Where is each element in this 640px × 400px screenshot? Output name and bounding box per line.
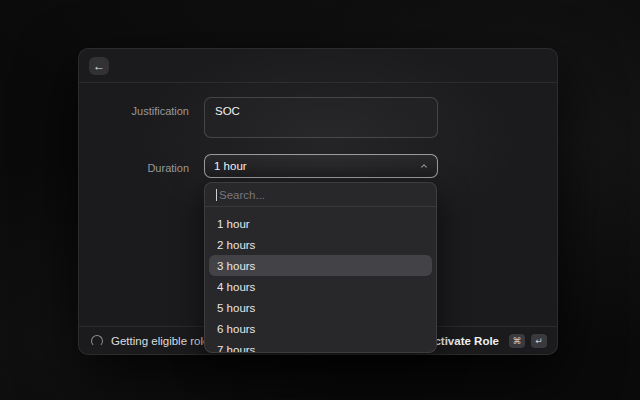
- search-placeholder: Search...: [219, 189, 265, 201]
- return-key-icon[interactable]: ↵: [531, 334, 547, 348]
- window-header: ←: [79, 49, 557, 83]
- command-key-icon[interactable]: ⌘: [509, 334, 525, 348]
- dropdown-search-input[interactable]: Search...: [205, 183, 436, 207]
- dropdown-option[interactable]: 7 hours: [209, 339, 432, 353]
- duration-label: Duration: [79, 162, 189, 174]
- primary-action[interactable]: Activate Role ⌘ ↵: [426, 334, 547, 348]
- text-cursor: [216, 189, 217, 201]
- back-button[interactable]: ←: [89, 57, 109, 75]
- duration-select[interactable]: 1 hour: [204, 154, 438, 178]
- activate-role-label: Activate Role: [426, 335, 499, 347]
- dropdown-option[interactable]: 2 hours: [209, 234, 432, 255]
- back-arrow-icon: ←: [93, 60, 105, 72]
- dropdown-option[interactable]: 6 hours: [209, 318, 432, 339]
- dropdown-option-highlighted[interactable]: 3 hours: [209, 255, 432, 276]
- dropdown-option[interactable]: 1 hour: [209, 213, 432, 234]
- chevron-up-icon: [420, 162, 428, 170]
- dropdown-option-list: 1 hour 2 hours 3 hours 4 hours 5 hours 6…: [205, 207, 436, 353]
- modal-window: ← Justification SOC Duration 1 hour Sear…: [78, 48, 558, 355]
- justification-value: SOC: [215, 105, 240, 117]
- justification-label: Justification: [79, 105, 189, 117]
- dropdown-option[interactable]: 5 hours: [209, 297, 432, 318]
- dropdown-option[interactable]: 4 hours: [209, 276, 432, 297]
- duration-dropdown-panel: Search... 1 hour 2 hours 3 hours 4 hours…: [204, 182, 437, 353]
- loading-spinner-icon: [91, 335, 103, 347]
- justification-input[interactable]: SOC: [204, 97, 438, 138]
- duration-value: 1 hour: [214, 160, 247, 172]
